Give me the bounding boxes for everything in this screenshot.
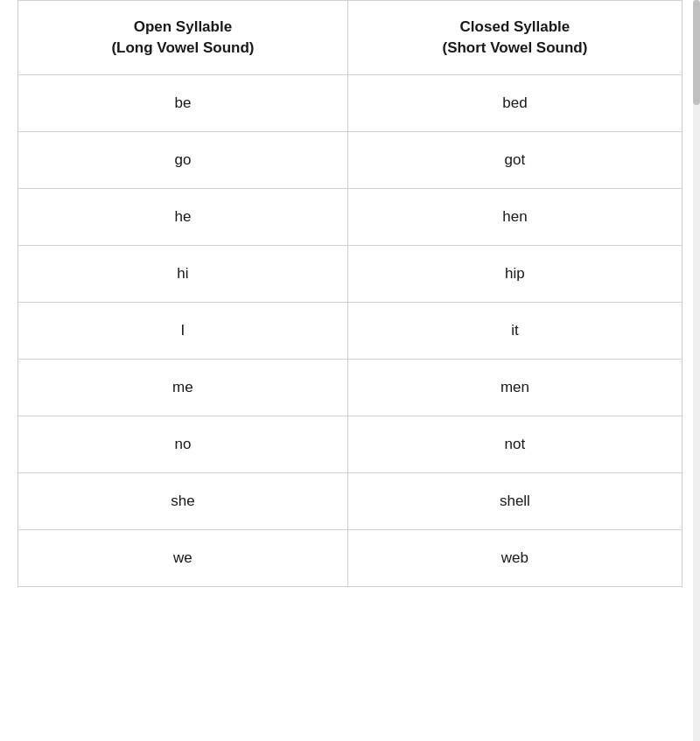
open-syllable-cell: go [18,131,348,188]
table-row: bebed [18,74,682,131]
closed-syllable-cell: bed [347,74,682,131]
closed-syllable-cell: men [347,359,682,416]
closed-syllable-cell: hen [347,188,682,245]
open-syllable-cell: me [18,359,348,416]
open-syllable-header-line1: Open Syllable [134,18,232,35]
table-row: memen [18,359,682,416]
open-syllable-cell: no [18,416,348,472]
closed-syllable-cell: web [347,529,682,586]
table-row: hihip [18,245,682,302]
table-row: Iit [18,302,682,359]
table-row: hehen [18,188,682,245]
open-syllable-cell: we [18,529,348,586]
closed-syllable-cell: shell [347,472,682,529]
closed-syllable-header-line1: Closed Syllable [460,18,570,35]
table-row: sheshell [18,472,682,529]
table-row: weweb [18,529,682,586]
closed-syllable-cell: it [347,302,682,359]
open-syllable-cell: hi [18,245,348,302]
closed-syllable-header-line2: (Short Vowel Sound) [442,39,587,56]
closed-syllable-cell: got [347,131,682,188]
syllable-table: Open Syllable (Long Vowel Sound) Closed … [18,0,682,587]
open-syllable-header: Open Syllable (Long Vowel Sound) [18,1,348,75]
open-syllable-cell: I [18,302,348,359]
scrollbar[interactable] [693,0,700,741]
open-syllable-cell: he [18,188,348,245]
closed-syllable-cell: hip [347,245,682,302]
table-row: nonot [18,416,682,472]
table-header-row: Open Syllable (Long Vowel Sound) Closed … [18,1,682,75]
closed-syllable-cell: not [347,416,682,472]
scrollbar-thumb[interactable] [693,0,700,105]
closed-syllable-header: Closed Syllable (Short Vowel Sound) [347,1,682,75]
open-syllable-header-line2: (Long Vowel Sound) [111,39,254,56]
open-syllable-cell: she [18,472,348,529]
main-content: Open Syllable (Long Vowel Sound) Closed … [0,0,700,587]
table-row: gogot [18,131,682,188]
open-syllable-cell: be [18,74,348,131]
